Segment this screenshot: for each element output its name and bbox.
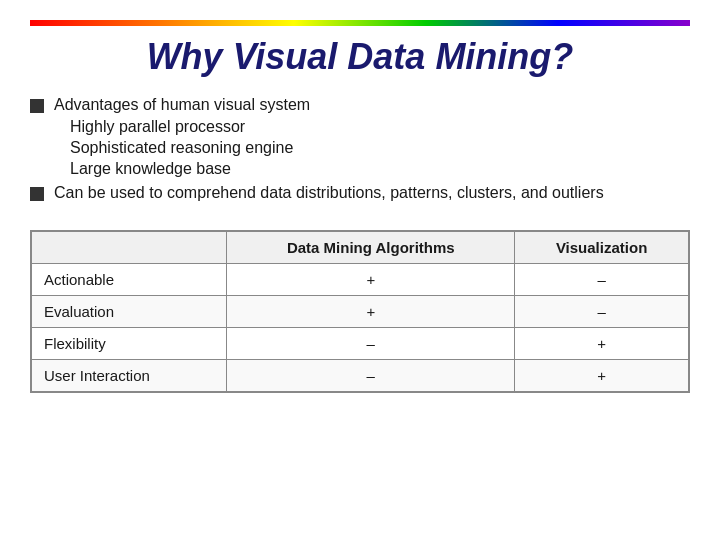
content-area: Advantages of human visual system Highly… — [30, 96, 690, 520]
row-vis-evaluation: – — [515, 296, 689, 328]
table-row: User Interaction – + — [32, 360, 689, 392]
table-row: Flexibility – + — [32, 328, 689, 360]
col-header-visualization: Visualization — [515, 232, 689, 264]
row-vis-user-interaction: + — [515, 360, 689, 392]
bullet-section: Advantages of human visual system Highly… — [30, 96, 690, 206]
bullet-item-1: Advantages of human visual system — [30, 96, 690, 114]
sub-bullet-3: Large knowledge base — [60, 160, 690, 178]
table-header-row: Data Mining Algorithms Visualization — [32, 232, 689, 264]
comparison-table: Data Mining Algorithms Visualization Act… — [30, 230, 690, 393]
rainbow-bar — [30, 20, 690, 26]
row-label-evaluation: Evaluation — [32, 296, 227, 328]
slide: Why Visual Data Mining? Advantages of hu… — [0, 0, 720, 540]
row-algo-user-interaction: – — [227, 360, 515, 392]
row-algo-actionable: + — [227, 264, 515, 296]
sub-bullet-2: Sophisticated reasoning engine — [60, 139, 690, 157]
col-header-algorithms: Data Mining Algorithms — [227, 232, 515, 264]
bullet-item-2: Can be used to comprehend data distribut… — [30, 184, 690, 202]
row-vis-actionable: – — [515, 264, 689, 296]
row-label-actionable: Actionable — [32, 264, 227, 296]
table-row: Actionable + – — [32, 264, 689, 296]
sub-bullet-text-1: Highly parallel processor — [70, 118, 245, 136]
bullet-icon-1 — [30, 99, 44, 113]
bullet-text-2: Can be used to comprehend data distribut… — [54, 184, 604, 202]
sub-bullet-text-3: Large knowledge base — [70, 160, 231, 178]
row-algo-evaluation: + — [227, 296, 515, 328]
row-label-flexibility: Flexibility — [32, 328, 227, 360]
slide-title: Why Visual Data Mining? — [30, 36, 690, 78]
row-algo-flexibility: – — [227, 328, 515, 360]
bullet-text-1: Advantages of human visual system — [54, 96, 310, 114]
sub-bullet-1: Highly parallel processor — [60, 118, 690, 136]
sub-bullet-text-2: Sophisticated reasoning engine — [70, 139, 293, 157]
bullet-icon-2 — [30, 187, 44, 201]
col-header-empty — [32, 232, 227, 264]
table-row: Evaluation + – — [32, 296, 689, 328]
row-vis-flexibility: + — [515, 328, 689, 360]
row-label-user-interaction: User Interaction — [32, 360, 227, 392]
